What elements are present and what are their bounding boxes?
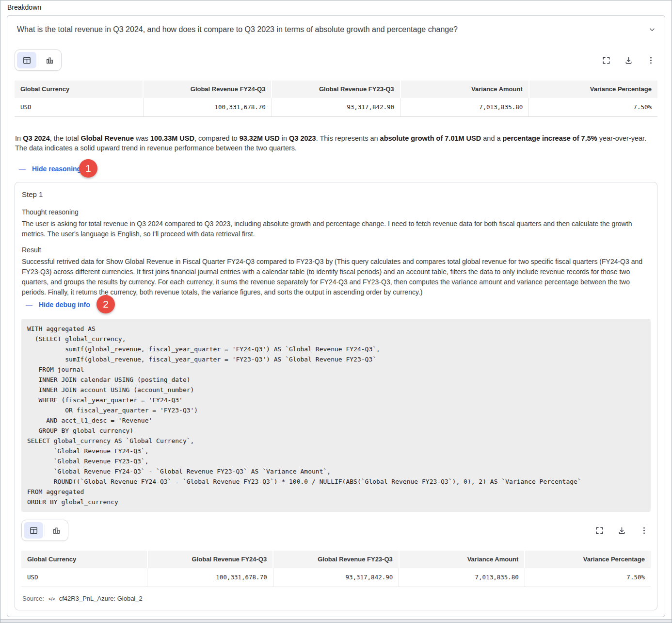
table-view-button[interactable]: [24, 522, 43, 539]
result-label: Result: [22, 246, 651, 254]
download-button[interactable]: [624, 56, 633, 65]
collapse-dash-icon: —: [26, 301, 32, 309]
sql-debug-code[interactable]: WITH aggregated AS (SELECT global_curren…: [21, 319, 651, 512]
more-options-button[interactable]: [646, 56, 656, 65]
fullscreen-icon: [595, 526, 604, 535]
breakdown-card: What is the total revenue in Q3 2024, an…: [7, 15, 665, 617]
table-view-button[interactable]: [17, 52, 36, 68]
collapse-card-button[interactable]: [648, 25, 656, 34]
table-icon: [30, 526, 38, 535]
debug-result-toolbar: [21, 520, 651, 541]
thought-reasoning-text: The user is asking for total revenue in …: [22, 219, 651, 239]
column-header: Global Revenue FY24-Q3: [147, 551, 273, 568]
step-card: Step 1 Thought reasoning The user is ask…: [15, 182, 657, 610]
annotation-badge-2: 2: [96, 295, 115, 313]
column-header: Variance Percentage: [529, 81, 657, 98]
download-icon: [624, 56, 633, 65]
table-header-row: Global CurrencyGlobal Revenue FY24-Q3Glo…: [21, 551, 651, 568]
column-header: Global Currency: [21, 551, 147, 568]
reasoning-toggle-row: — Hide reasoning 1: [15, 164, 657, 174]
toolbar-actions: [582, 526, 651, 535]
kebab-menu-icon: [646, 56, 656, 65]
toggle-divider: [45, 525, 45, 536]
table-cell: 7.50%: [525, 568, 651, 587]
fullscreen-button[interactable]: [595, 526, 604, 535]
table-icon: [23, 56, 31, 65]
bar-chart-icon: [46, 56, 54, 65]
table-cell: 100,331,678.70: [147, 568, 273, 587]
collapse-dash-icon: —: [19, 165, 26, 173]
download-button[interactable]: [617, 526, 626, 535]
column-header: Variance Percentage: [525, 551, 651, 568]
view-toggle-group: [15, 49, 62, 71]
chart-view-button[interactable]: [47, 522, 66, 539]
hide-debug-info-link[interactable]: Hide debug info: [39, 301, 90, 309]
table-header-row: Global CurrencyGlobal Revenue FY24-Q3Glo…: [15, 81, 657, 98]
table-cell: 93,317,842.90: [272, 98, 400, 117]
annotation-badge-1: 1: [79, 159, 97, 178]
answer-summary: In Q3 2024, the total Global Revenue was…: [15, 133, 657, 153]
table-cell: USD: [21, 568, 147, 587]
debug-result-table: Global CurrencyGlobal Revenue FY24-Q3Glo…: [21, 551, 651, 587]
more-options-button[interactable]: [640, 526, 649, 535]
window-bottom-edge: [0, 619, 672, 623]
table-cell: 93,317,842.90: [273, 568, 399, 587]
column-header: Global Currency: [15, 81, 143, 98]
hide-reasoning-link[interactable]: Hide reasoning: [32, 165, 81, 173]
table-row: USD100,331,678.7093,317,842.907,013,835.…: [15, 98, 657, 117]
kebab-menu-icon: [640, 526, 649, 535]
table-cell: 7.50%: [529, 98, 657, 117]
source-label: Source:: [22, 595, 44, 602]
chart-view-button[interactable]: [40, 52, 59, 68]
table-cell: 7,013,835.80: [399, 568, 525, 587]
table-cell: 100,331,678.70: [143, 98, 272, 117]
toolbar-actions: [589, 56, 657, 65]
code-icon: </>: [48, 596, 55, 602]
table-row: USD100,331,678.7093,317,842.907,013,835.…: [21, 568, 651, 587]
column-header: Global Revenue FY23-Q3: [273, 551, 399, 568]
column-header: Global Revenue FY24-Q3: [143, 81, 272, 98]
page-title: Breakdown: [7, 3, 665, 11]
thought-reasoning-label: Thought reasoning: [22, 208, 651, 216]
fullscreen-icon: [602, 56, 611, 65]
bar-chart-icon: [52, 526, 61, 535]
question-row: What is the total revenue in Q3 2024, an…: [15, 23, 657, 35]
fullscreen-button[interactable]: [602, 56, 611, 65]
source-name[interactable]: cf42R3_PnL_Azure: Global_2: [59, 595, 143, 602]
result-table: Global CurrencyGlobal Revenue FY24-Q3Glo…: [15, 81, 657, 117]
step-title: Step 1: [22, 190, 651, 198]
table-cell: USD: [15, 98, 143, 117]
source-row: Source: </> cf42R3_PnL_Azure: Global_2: [22, 595, 651, 602]
question-text: What is the total revenue in Q3 2024, an…: [17, 24, 467, 35]
download-icon: [617, 526, 626, 535]
debug-toggle-row: — Hide debug info 2: [21, 299, 651, 310]
chevron-down-icon: [648, 25, 656, 34]
table-cell: 7,013,835.80: [400, 98, 529, 117]
column-header: Global Revenue FY23-Q3: [272, 81, 400, 98]
column-header: Variance Amount: [399, 551, 525, 568]
view-toggle-group: [21, 520, 68, 541]
toggle-divider: [38, 54, 38, 66]
app-window: Breakdown What is the total revenue in Q…: [0, 0, 672, 623]
result-text: Successful retrived data for Show Global…: [22, 257, 651, 297]
result-toolbar: [15, 49, 657, 71]
column-header: Variance Amount: [400, 81, 529, 98]
